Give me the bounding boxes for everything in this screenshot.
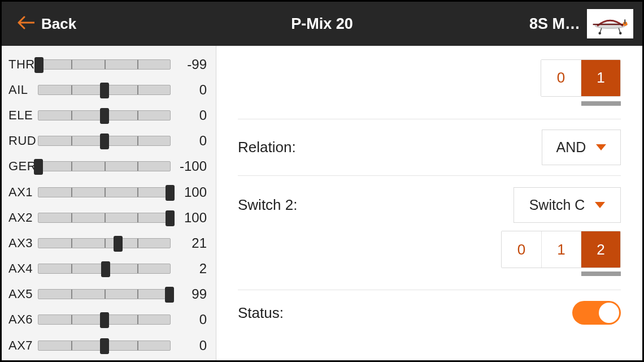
- channel-value: 0: [176, 312, 207, 327]
- back-arrow-icon: [18, 16, 34, 32]
- channel-row: AX2100: [8, 205, 207, 230]
- channel-label: AX3: [8, 236, 36, 251]
- slider-thumb[interactable]: [100, 338, 109, 354]
- channel-slider[interactable]: [38, 161, 171, 171]
- header: Back P-Mix 20 8S M…: [2, 2, 642, 46]
- switch2-value: Switch C: [529, 197, 585, 213]
- channel-label: AX1: [8, 185, 36, 200]
- channel-label: AX6: [8, 312, 36, 327]
- relation-label: Relation:: [238, 139, 296, 156]
- channel-label: ELE: [8, 108, 36, 123]
- slider-thumb[interactable]: [100, 133, 109, 149]
- switch2-label: Switch 2:: [238, 196, 298, 214]
- svg-point-5: [598, 32, 601, 35]
- segment-option[interactable]: 2: [581, 231, 620, 268]
- model-selector[interactable]: 8S M…: [529, 9, 633, 38]
- slider-thumb[interactable]: [100, 83, 109, 98]
- model-name: 8S M…: [529, 15, 580, 33]
- segment-option[interactable]: 0: [541, 60, 581, 96]
- model-thumbnail: [587, 9, 633, 38]
- channel-row: ELE0: [8, 102, 207, 128]
- channel-row: AX599: [8, 282, 207, 307]
- channel-row: AX1100: [8, 179, 207, 205]
- channel-slider[interactable]: [38, 59, 171, 70]
- channel-row: AX70: [8, 333, 207, 358]
- slider-thumb[interactable]: [166, 210, 175, 226]
- channel-label: AX4: [8, 261, 36, 276]
- channel-sidebar: THR-99AIL0ELE0RUD0GER-100AX1100AX2100AX3…: [2, 46, 216, 360]
- channel-value: 2: [176, 261, 207, 277]
- channel-value: 100: [176, 184, 207, 200]
- svg-rect-2: [593, 24, 628, 25]
- scroll-indicator: [581, 272, 621, 276]
- channel-slider[interactable]: [38, 187, 171, 197]
- slider-thumb[interactable]: [100, 108, 109, 124]
- slider-thumb[interactable]: [34, 159, 43, 175]
- slider-thumb[interactable]: [166, 185, 175, 201]
- channel-value: 21: [176, 235, 207, 251]
- channel-slider[interactable]: [38, 213, 171, 223]
- channel-row: AX60: [8, 307, 207, 333]
- switch2-position-segment: 012: [501, 231, 621, 268]
- channel-value: 0: [176, 338, 207, 354]
- slider-thumb[interactable]: [101, 261, 110, 277]
- channel-label: AIL: [8, 83, 36, 97]
- channel-value: 0: [176, 82, 207, 98]
- channel-slider[interactable]: [38, 289, 171, 299]
- status-toggle[interactable]: [572, 301, 621, 325]
- channel-label: GER: [8, 159, 36, 174]
- segment-option[interactable]: 0: [502, 231, 541, 268]
- channel-label: AX7: [8, 338, 36, 353]
- switch1-position-row: 01: [238, 46, 621, 119]
- status-label: Status:: [238, 304, 284, 322]
- channel-row: AX321: [8, 230, 207, 256]
- channel-row: GER-100: [8, 154, 207, 179]
- channel-label: THR: [8, 57, 36, 72]
- slider-thumb[interactable]: [165, 287, 174, 303]
- slider-thumb[interactable]: [34, 57, 43, 73]
- channel-slider[interactable]: [38, 136, 171, 146]
- channel-slider[interactable]: [38, 85, 171, 95]
- scroll-indicator: [581, 101, 621, 106]
- channel-label: AX5: [8, 287, 36, 301]
- switch2-dropdown[interactable]: Switch C: [514, 187, 621, 223]
- switch1-position-segment: 01: [541, 59, 621, 97]
- chevron-down-icon: [595, 202, 605, 208]
- chevron-down-icon: [596, 144, 606, 150]
- channel-value: 0: [176, 107, 207, 123]
- slider-thumb[interactable]: [114, 236, 123, 252]
- channel-row: AIL0: [8, 77, 207, 102]
- svg-point-6: [619, 32, 622, 35]
- channel-slider[interactable]: [38, 264, 171, 274]
- back-label: Back: [41, 15, 76, 33]
- channel-slider[interactable]: [38, 110, 171, 120]
- channel-row: RUD0: [8, 128, 207, 154]
- relation-value: AND: [556, 139, 586, 156]
- svg-rect-4: [624, 19, 625, 24]
- channel-row: THR-99: [8, 51, 207, 77]
- channel-slider[interactable]: [38, 341, 171, 351]
- status-row: Status:: [238, 290, 621, 335]
- channel-value: -100: [176, 158, 207, 174]
- back-button[interactable]: Back: [18, 15, 76, 33]
- channel-slider[interactable]: [38, 238, 171, 248]
- relation-dropdown[interactable]: AND: [542, 130, 621, 165]
- channel-label: RUD: [8, 133, 36, 148]
- channel-value: 100: [176, 210, 207, 226]
- channel-slider[interactable]: [38, 314, 171, 325]
- channel-label: AX2: [8, 210, 36, 225]
- channel-value: -99: [176, 57, 207, 72]
- main-panel: 01 Relation: AND Switch 2: Switch C: [216, 46, 642, 360]
- relation-row: Relation: AND: [238, 119, 621, 176]
- switch2-row: Switch 2: Switch C 012: [238, 176, 621, 290]
- segment-option[interactable]: 1: [581, 60, 620, 96]
- segment-option[interactable]: 1: [541, 231, 581, 268]
- channel-value: 99: [176, 286, 207, 302]
- channel-row: AX42: [8, 256, 207, 282]
- page-title: P-Mix 20: [291, 15, 353, 33]
- slider-thumb[interactable]: [100, 312, 109, 328]
- channel-value: 0: [176, 133, 207, 149]
